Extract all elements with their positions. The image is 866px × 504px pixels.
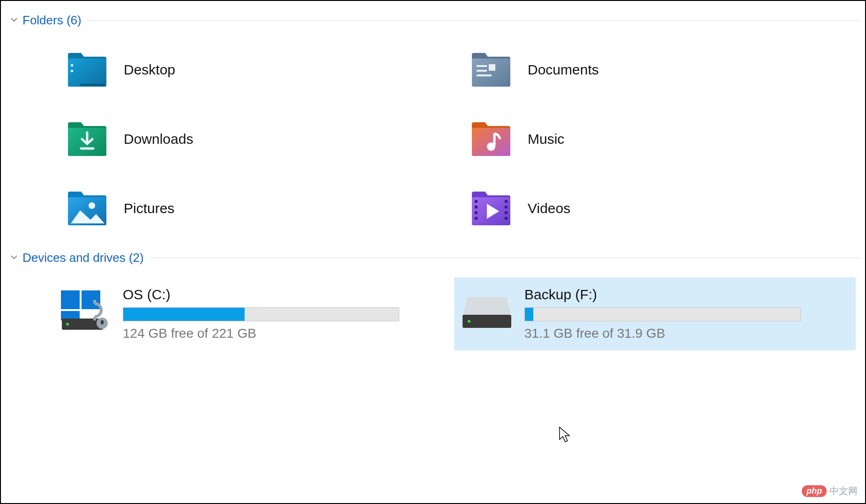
folder-videos[interactable]: Videos	[466, 183, 860, 234]
svg-rect-20	[505, 206, 508, 208]
watermark: php 中文网	[802, 485, 858, 497]
folder-label: Downloads	[124, 131, 193, 147]
os-drive-icon	[57, 287, 113, 334]
documents-folder-icon	[469, 47, 514, 92]
svg-rect-4	[472, 59, 510, 87]
divider	[149, 258, 860, 258]
folders-grid: Desktop Documents Downloads	[6, 30, 860, 248]
svg-rect-2	[71, 70, 73, 72]
pictures-folder-icon	[65, 186, 110, 231]
svg-rect-21	[505, 211, 508, 214]
folders-count: (6)	[67, 13, 82, 28]
folder-downloads[interactable]: Downloads	[62, 114, 456, 164]
svg-rect-18	[475, 217, 478, 220]
svg-point-32	[468, 320, 470, 323]
drives-label: Devices and drives	[22, 251, 126, 265]
desktop-folder-icon	[65, 47, 110, 92]
chevron-down-icon	[10, 16, 18, 25]
svg-rect-15	[475, 200, 478, 203]
svg-point-11	[487, 142, 495, 151]
drive-label: OS (C:)	[123, 287, 440, 303]
folders-section-header[interactable]: Folders (6)	[6, 10, 860, 30]
folder-desktop[interactable]: Desktop	[62, 44, 456, 95]
folder-label: Music	[528, 131, 564, 147]
hdd-drive-icon	[459, 287, 515, 334]
watermark-text: 中文网	[829, 485, 858, 497]
watermark-badge: php	[802, 485, 827, 497]
svg-rect-7	[477, 74, 492, 76]
folder-label: Pictures	[124, 200, 174, 216]
drive-os-c[interactable]: OS (C:) 124 GB free of 221 GB	[52, 277, 454, 350]
drive-label: Backup (F:)	[524, 287, 842, 303]
folder-label: Videos	[528, 200, 570, 216]
divider	[87, 20, 860, 21]
svg-rect-16	[475, 206, 478, 208]
svg-rect-23	[61, 290, 80, 309]
drive-usage-bar	[524, 307, 801, 321]
mouse-cursor-icon	[559, 426, 571, 443]
drive-free-text: 31.1 GB free of 31.9 GB	[524, 326, 842, 341]
drives-section-header[interactable]: Devices and drives (2)	[6, 248, 860, 268]
chevron-down-icon	[10, 253, 18, 263]
svg-rect-24	[82, 290, 100, 309]
svg-point-28	[66, 323, 69, 326]
drive-free-text: 124 GB free of 221 GB	[123, 326, 440, 341]
svg-point-13	[89, 202, 95, 209]
svg-rect-1	[71, 64, 73, 67]
folders-label: Folders	[22, 13, 63, 28]
svg-rect-17	[475, 211, 478, 214]
svg-rect-10	[472, 128, 510, 156]
svg-rect-0	[68, 59, 106, 87]
drives-grid: OS (C:) 124 GB free of 221 GB Backup (F:…	[6, 268, 860, 360]
folder-pictures[interactable]: Pictures	[62, 183, 456, 234]
folder-documents[interactable]: Documents	[466, 44, 860, 95]
folder-label: Documents	[528, 62, 599, 78]
folder-label: Desktop	[124, 62, 175, 78]
svg-rect-30	[101, 320, 104, 324]
folder-music[interactable]: Music	[466, 114, 860, 164]
music-folder-icon	[469, 117, 514, 162]
drive-usage-bar	[123, 307, 399, 321]
downloads-folder-icon	[65, 117, 110, 162]
svg-rect-3	[80, 84, 105, 86]
svg-rect-8	[489, 64, 495, 71]
drives-count: (2)	[129, 251, 144, 265]
svg-rect-22	[505, 217, 508, 220]
drive-backup-f[interactable]: Backup (F:) 31.1 GB free of 31.9 GB	[454, 277, 856, 350]
svg-rect-5	[477, 65, 487, 67]
drive-usage-fill	[525, 308, 533, 321]
svg-rect-6	[477, 70, 487, 72]
videos-folder-icon	[469, 186, 514, 231]
drive-usage-fill	[123, 308, 245, 321]
svg-rect-19	[505, 200, 508, 203]
